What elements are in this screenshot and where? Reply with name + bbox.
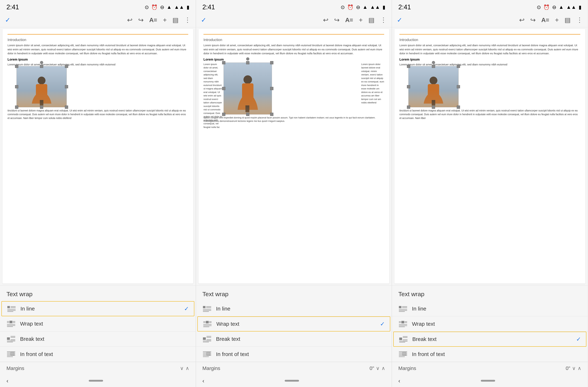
option-infront-3[interactable]: In front of text — [392, 347, 588, 362]
option-infront-2[interactable]: In front of text — [196, 347, 392, 362]
comment-button-2[interactable]: ▤ — [368, 16, 375, 24]
infront-svg-3 — [399, 351, 407, 358]
add-button[interactable]: + — [163, 16, 167, 24]
option-inline-3[interactable]: In line — [392, 301, 588, 316]
check-button-3[interactable]: ✓ — [397, 16, 402, 24]
back-button-3[interactable]: ‹ — [398, 378, 400, 384]
handle-bl-1[interactable] — [15, 105, 18, 109]
infront-icon-1 — [6, 351, 16, 358]
handle-tm-3[interactable] — [432, 65, 435, 68]
handle-bm-3[interactable] — [432, 105, 435, 109]
option-infront-1[interactable]: In front of text — [0, 347, 196, 362]
back-button-2[interactable]: ‹ — [202, 378, 204, 384]
redo-button-2[interactable]: ↪ — [334, 16, 339, 24]
chevron-down-icon-1[interactable]: ∨ — [180, 365, 184, 371]
status-bar-3: 2:41 ⊙ ⏰ ⊖ ▲ ▲▲ ▮ — [392, 0, 588, 13]
infront-label-3: In front of text — [412, 351, 581, 357]
handle-bl-3[interactable] — [407, 105, 410, 109]
wraptext-check-2: ✓ — [380, 321, 385, 327]
format-text-button-2[interactable]: A≡ — [345, 17, 353, 23]
handle-tl-2[interactable] — [222, 61, 225, 64]
handle-tm-1[interactable] — [40, 65, 43, 68]
handle-tl-3[interactable] — [407, 65, 410, 68]
option-inline-1[interactable]: In line ✓ — [1, 301, 194, 316]
redo-button-3[interactable]: ↪ — [530, 16, 536, 24]
more-button[interactable]: ⋮ — [184, 16, 191, 24]
breaktext-svg-3 — [399, 336, 408, 343]
breaktext-check-3: ✓ — [576, 336, 581, 343]
image-1[interactable] — [17, 66, 67, 107]
handle-tr-2[interactable] — [270, 61, 273, 64]
text-below-2: option congue nihil imperdiet doming id … — [204, 116, 384, 123]
handle-mr-3[interactable] — [457, 85, 460, 88]
undo-button[interactable]: ↩ — [127, 16, 132, 24]
breaktext-svg-1 — [7, 336, 16, 342]
more-button-2[interactable]: ⋮ — [380, 16, 387, 24]
handle-bl-2[interactable] — [222, 113, 225, 116]
drag-handle-1[interactable] — [40, 61, 43, 64]
wraptext-svg-1 — [7, 320, 16, 327]
margins-label-1: Margins — [6, 366, 178, 371]
handle-br-2[interactable] — [270, 113, 273, 116]
image-svg-3 — [409, 66, 458, 107]
image-2[interactable] — [224, 62, 272, 115]
wifi-icon: ▲ — [167, 4, 172, 10]
option-breaktext-2[interactable]: Break text — [196, 331, 392, 347]
add-button-3[interactable]: + — [555, 16, 559, 24]
format-text-button-3[interactable]: A≡ — [541, 17, 549, 23]
handle-br-1[interactable] — [65, 105, 68, 109]
svg-rect-61 — [207, 352, 210, 355]
inline-icon-1 — [7, 305, 16, 312]
redo-button[interactable]: ↪ — [138, 16, 144, 24]
more-button-3[interactable]: ⋮ — [576, 16, 583, 24]
handle-tr-3[interactable] — [457, 65, 460, 68]
option-wraptext-1[interactable]: Wrap text — [0, 316, 196, 331]
handle-bm-2[interactable] — [246, 113, 249, 116]
drag-handle-2[interactable] — [246, 57, 249, 61]
handle-tl-1[interactable] — [15, 65, 18, 68]
check-button[interactable]: ✓ — [5, 16, 10, 24]
svg-rect-41 — [206, 321, 209, 323]
option-inline-2[interactable]: In line — [196, 301, 392, 316]
chevron-up-icon-2[interactable]: ∧ — [381, 365, 385, 371]
option-breaktext-3[interactable]: Break text ✓ — [393, 332, 586, 347]
undo-button-3[interactable]: ↩ — [519, 16, 525, 24]
toolbar-3: ✓ ↩ ↪ A≡ + ▤ ⋮ — [392, 13, 588, 27]
drag-handle-3[interactable] — [432, 61, 435, 64]
option-breaktext-1[interactable]: Break text — [0, 331, 196, 347]
handle-ml-2[interactable] — [222, 87, 225, 90]
handle-mr-1[interactable] — [65, 85, 68, 88]
alarm-icon: ⏰ — [151, 4, 158, 10]
check-button-2[interactable]: ✓ — [201, 16, 206, 24]
wraptext-icon-3 — [398, 320, 408, 327]
handle-bm-1[interactable] — [40, 105, 43, 109]
handle-tm-2[interactable] — [246, 61, 249, 64]
chevron-down-icon-3[interactable]: ∨ — [572, 365, 576, 371]
add-button-2[interactable]: + — [359, 16, 363, 24]
gsuite-icon: ⊙ — [145, 4, 149, 10]
handle-br-3[interactable] — [457, 105, 460, 109]
option-wraptext-2[interactable]: Wrap text ✓ — [197, 316, 390, 331]
back-button-1[interactable]: ‹ — [6, 378, 8, 384]
handle-ml-1[interactable] — [15, 85, 18, 88]
battery-icon-3: ▮ — [579, 4, 581, 10]
chevron-up-icon-1[interactable]: ∧ — [186, 365, 189, 371]
doc-line-top-3 — [399, 34, 580, 35]
image-svg-2 — [224, 63, 272, 114]
undo-button-2[interactable]: ↩ — [323, 16, 328, 24]
image-3[interactable] — [408, 66, 459, 107]
chevron-down-icon-2[interactable]: ∨ — [376, 365, 380, 371]
option-wraptext-3[interactable]: Wrap text — [392, 316, 588, 332]
text-right-2: Lorem ipsum dolor laoreet dolore erat vo… — [361, 62, 384, 104]
comment-button-3[interactable]: ▤ — [565, 16, 571, 24]
handle-tr-1[interactable] — [65, 65, 68, 68]
chevron-up-icon-3[interactable]: ∧ — [578, 365, 581, 371]
infront-icon-2 — [202, 351, 212, 358]
comment-button[interactable]: ▤ — [172, 16, 179, 24]
battery-icon: ▮ — [187, 4, 189, 10]
svg-rect-33 — [242, 83, 253, 103]
handle-ml-3[interactable] — [407, 85, 410, 88]
handle-mr-2[interactable] — [270, 87, 273, 90]
format-text-button[interactable]: A≡ — [149, 17, 157, 23]
status-icons-1: ⊙ ⏰ ⊖ ▲ ▲▲ ▮ — [145, 4, 189, 10]
